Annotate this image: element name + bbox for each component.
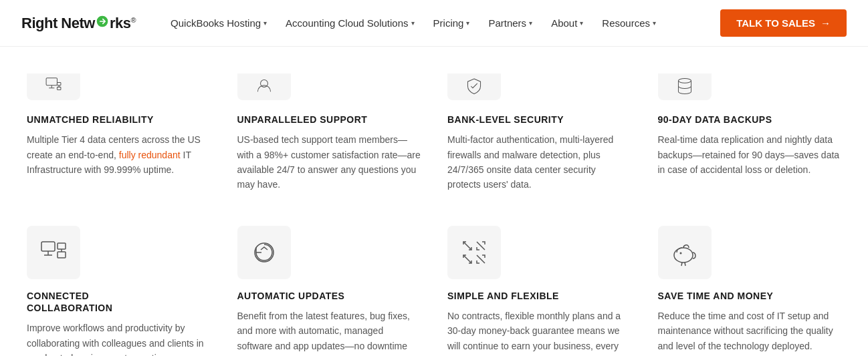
feature-title-backups: 90-DAY DATA BACKUPS bbox=[658, 114, 842, 126]
feature-title-save: SAVE TIME AND MONEY bbox=[658, 290, 842, 302]
flexible-icon bbox=[459, 238, 489, 267]
feature-desc-flexible: No contracts, flexible monthly plans and… bbox=[447, 309, 631, 356]
svg-rect-12 bbox=[58, 243, 66, 249]
feature-title-support: UNPARALLELED SUPPORT bbox=[237, 114, 421, 126]
feature-card-security: BANK-LEVEL SECURITY Multi-factor authent… bbox=[447, 114, 631, 192]
feature-desc-security: Multi-factor authentication, multi-layer… bbox=[447, 132, 631, 192]
feature-title-security: BANK-LEVEL SECURITY bbox=[447, 114, 631, 126]
feature-title-collaboration: CONNECTEDCOLLABORATION bbox=[27, 290, 211, 314]
svg-line-16 bbox=[463, 242, 471, 250]
feature-title-reliability: UNMATCHED RELIABILITY bbox=[27, 114, 211, 126]
feature-card-support: UNPARALLELED SUPPORT US-based tech suppo… bbox=[237, 114, 421, 192]
nav-item-quickbooks[interactable]: QuickBooks Hosting ▾ bbox=[162, 12, 275, 34]
feature-title-flexible: SIMPLE AND FLEXIBLE bbox=[447, 290, 631, 302]
top-icons-row bbox=[27, 73, 841, 100]
partial-icon-3 bbox=[447, 73, 501, 100]
svg-rect-1 bbox=[46, 78, 57, 85]
svg-line-19 bbox=[477, 255, 485, 263]
feature-title-updates: AUTOMATIC UPDATES bbox=[237, 290, 421, 302]
feature-desc-save: Reduce the time and cost of IT setup and… bbox=[658, 309, 842, 353]
chevron-down-icon: ▾ bbox=[466, 19, 469, 27]
connected-devices-icon bbox=[39, 238, 68, 267]
chevron-down-icon: ▾ bbox=[580, 19, 583, 27]
partial-icon-4 bbox=[658, 73, 712, 100]
feature-desc-backups: Real-time data replication and nightly d… bbox=[658, 132, 842, 177]
feature-desc-reliability: Multiple Tier 4 data centers across the … bbox=[27, 132, 211, 177]
feature-card-updates: AUTOMATIC UPDATES Benefit from the lates… bbox=[237, 226, 421, 356]
logo[interactable]: Right Netw rks® bbox=[21, 15, 136, 32]
svg-line-18 bbox=[463, 255, 471, 263]
feature-card-flexible: SIMPLE AND FLEXIBLE No contracts, flexib… bbox=[447, 226, 631, 356]
feature-card-backups: 90-DAY DATA BACKUPS Real-time data repli… bbox=[658, 114, 842, 192]
partial-icon-2 bbox=[237, 73, 291, 100]
logo-text: Right Netw rks® bbox=[21, 15, 136, 32]
feature-desc-support: US-based tech support team members—with … bbox=[237, 132, 421, 192]
updates-icon-box bbox=[237, 226, 291, 279]
talk-to-sales-button[interactable]: TALK TO SALES → bbox=[720, 9, 847, 37]
main-content: UNMATCHED RELIABILITY Multiple Tier 4 da… bbox=[0, 47, 868, 356]
svg-rect-13 bbox=[58, 252, 66, 258]
auto-update-icon bbox=[249, 238, 279, 267]
feature-grid-row1: UNMATCHED RELIABILITY Multiple Tier 4 da… bbox=[27, 114, 841, 192]
nav-item-pricing[interactable]: Pricing ▾ bbox=[425, 12, 478, 34]
chevron-down-icon: ▾ bbox=[411, 19, 415, 27]
nav-item-accounting[interactable]: Accounting Cloud Solutions ▾ bbox=[278, 12, 422, 34]
svg-point-21 bbox=[679, 252, 681, 254]
feature-grid-row2: CONNECTEDCOLLABORATION Improve workflows… bbox=[27, 226, 841, 356]
piggy-bank-icon bbox=[670, 238, 699, 267]
feature-desc-collaboration: Improve workflows and productivity by co… bbox=[27, 321, 211, 356]
arrow-right-icon: → bbox=[821, 17, 831, 29]
feature-desc-updates: Benefit from the latest features, bug fi… bbox=[237, 309, 421, 356]
feature-card-reliability: UNMATCHED RELIABILITY Multiple Tier 4 da… bbox=[27, 114, 211, 192]
collaboration-icon-box bbox=[27, 226, 80, 279]
svg-rect-5 bbox=[57, 87, 60, 90]
svg-point-8 bbox=[678, 78, 691, 83]
reliability-link[interactable]: fully redundant bbox=[119, 150, 181, 160]
save-icon-box bbox=[658, 226, 712, 279]
nav-item-resources[interactable]: Resources ▾ bbox=[594, 12, 664, 34]
feature-card-collaboration: CONNECTEDCOLLABORATION Improve workflows… bbox=[27, 226, 211, 356]
chevron-down-icon: ▾ bbox=[653, 19, 656, 27]
nav-item-partners[interactable]: Partners ▾ bbox=[480, 12, 540, 34]
svg-rect-9 bbox=[41, 242, 55, 251]
feature-card-save: SAVE TIME AND MONEY Reduce the time and … bbox=[658, 226, 842, 356]
chevron-down-icon: ▾ bbox=[529, 19, 532, 27]
navbar: Right Netw rks® QuickBooks Hosting ▾ Acc… bbox=[0, 0, 868, 47]
flexible-icon-box bbox=[447, 226, 501, 279]
logo-arrow-icon bbox=[96, 15, 109, 28]
chevron-down-icon: ▾ bbox=[263, 19, 267, 27]
svg-rect-4 bbox=[57, 83, 60, 85]
nav-item-about[interactable]: About ▾ bbox=[543, 12, 591, 34]
svg-line-17 bbox=[477, 242, 485, 250]
nav-links: QuickBooks Hosting ▾ Accounting Cloud So… bbox=[162, 12, 720, 34]
partial-icon-1 bbox=[27, 73, 80, 100]
